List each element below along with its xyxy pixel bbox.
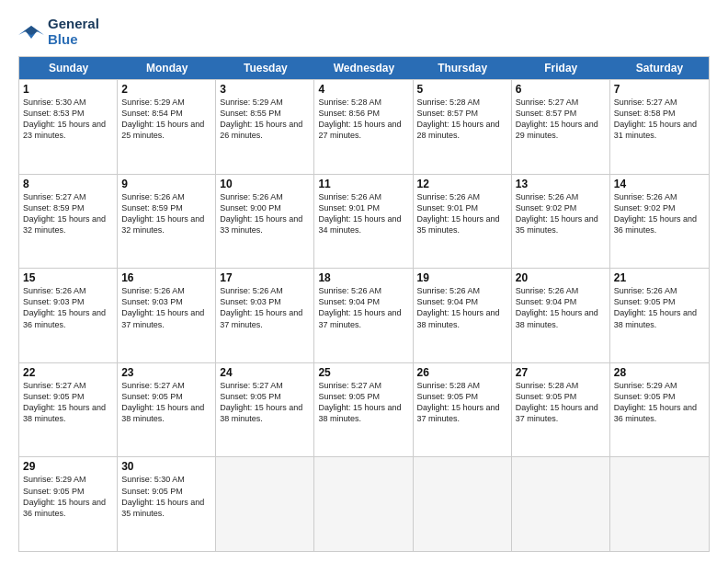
day-number: 9 xyxy=(121,178,211,190)
day-cell-6: 6Sunrise: 5:27 AMSunset: 8:57 PMDaylight… xyxy=(512,80,610,174)
week-row-1: 1Sunrise: 5:30 AMSunset: 8:53 PMDaylight… xyxy=(19,79,709,174)
day-cell-27: 27Sunrise: 5:28 AMSunset: 9:05 PMDayligh… xyxy=(512,363,610,457)
day-cell-14: 14Sunrise: 5:26 AMSunset: 9:02 PMDayligh… xyxy=(610,175,709,269)
day-cell-19: 19Sunrise: 5:26 AMSunset: 9:04 PMDayligh… xyxy=(414,269,512,362)
day-cell-25: 25Sunrise: 5:27 AMSunset: 9:05 PMDayligh… xyxy=(314,363,413,457)
day-info: Sunrise: 5:26 AMSunset: 9:02 PMDaylight:… xyxy=(516,191,606,236)
day-cell-9: 9Sunrise: 5:26 AMSunset: 8:59 PMDaylight… xyxy=(118,175,216,269)
day-number: 25 xyxy=(318,366,408,379)
day-cell-22: 22Sunrise: 5:27 AMSunset: 9:05 PMDayligh… xyxy=(19,363,118,457)
day-cell-3: 3Sunrise: 5:29 AMSunset: 8:55 PMDaylight… xyxy=(216,80,314,174)
calendar: SundayMondayTuesdayWednesdayThursdayFrid… xyxy=(18,56,710,552)
day-info: Sunrise: 5:27 AMSunset: 9:05 PMDaylight:… xyxy=(23,380,113,425)
day-cell-18: 18Sunrise: 5:26 AMSunset: 9:04 PMDayligh… xyxy=(314,269,413,362)
day-cell-24: 24Sunrise: 5:27 AMSunset: 9:05 PMDayligh… xyxy=(216,363,314,457)
day-number: 19 xyxy=(417,271,507,284)
week-row-4: 22Sunrise: 5:27 AMSunset: 9:05 PMDayligh… xyxy=(19,362,709,457)
day-cell-2: 2Sunrise: 5:29 AMSunset: 8:54 PMDaylight… xyxy=(118,80,216,174)
week-row-2: 8Sunrise: 5:27 AMSunset: 8:59 PMDaylight… xyxy=(19,174,709,269)
day-info: Sunrise: 5:29 AMSunset: 8:55 PMDaylight:… xyxy=(220,97,310,142)
svg-marker-1 xyxy=(24,26,39,35)
day-number: 14 xyxy=(614,178,705,190)
day-info: Sunrise: 5:28 AMSunset: 8:56 PMDaylight:… xyxy=(318,97,408,142)
day-cell-8: 8Sunrise: 5:27 AMSunset: 8:59 PMDaylight… xyxy=(19,175,118,269)
empty-cell xyxy=(414,457,512,551)
day-info: Sunrise: 5:26 AMSunset: 9:05 PMDaylight:… xyxy=(614,285,705,330)
day-info: Sunrise: 5:26 AMSunset: 9:04 PMDaylight:… xyxy=(417,285,507,330)
header: General Blue xyxy=(18,17,710,47)
day-info: Sunrise: 5:28 AMSunset: 9:05 PMDaylight:… xyxy=(417,380,507,425)
day-info: Sunrise: 5:30 AMSunset: 8:53 PMDaylight:… xyxy=(23,97,113,142)
day-cell-17: 17Sunrise: 5:26 AMSunset: 9:03 PMDayligh… xyxy=(216,269,314,362)
day-number: 18 xyxy=(318,271,408,284)
day-number: 24 xyxy=(220,366,310,379)
day-cell-26: 26Sunrise: 5:28 AMSunset: 9:05 PMDayligh… xyxy=(414,363,512,457)
day-cell-28: 28Sunrise: 5:29 AMSunset: 9:05 PMDayligh… xyxy=(610,363,709,457)
empty-cell xyxy=(512,457,610,551)
header-day-monday: Monday xyxy=(118,57,216,79)
day-number: 28 xyxy=(614,366,705,379)
day-info: Sunrise: 5:27 AMSunset: 8:57 PMDaylight:… xyxy=(516,97,606,142)
empty-cell xyxy=(216,457,314,551)
day-cell-30: 30Sunrise: 5:30 AMSunset: 9:05 PMDayligh… xyxy=(118,457,216,551)
header-day-thursday: Thursday xyxy=(414,57,512,79)
header-day-saturday: Saturday xyxy=(610,57,709,79)
day-info: Sunrise: 5:28 AMSunset: 8:57 PMDaylight:… xyxy=(417,97,507,142)
day-cell-1: 1Sunrise: 5:30 AMSunset: 8:53 PMDaylight… xyxy=(19,80,118,174)
day-info: Sunrise: 5:26 AMSunset: 9:01 PMDaylight:… xyxy=(318,191,408,236)
logo: General Blue xyxy=(18,17,99,47)
day-cell-12: 12Sunrise: 5:26 AMSunset: 9:01 PMDayligh… xyxy=(414,175,512,269)
day-number: 29 xyxy=(23,460,113,473)
day-cell-20: 20Sunrise: 5:26 AMSunset: 9:04 PMDayligh… xyxy=(512,269,610,362)
day-number: 5 xyxy=(417,83,507,96)
day-info: Sunrise: 5:26 AMSunset: 9:03 PMDaylight:… xyxy=(23,285,113,330)
day-info: Sunrise: 5:26 AMSunset: 9:03 PMDaylight:… xyxy=(220,285,310,330)
day-cell-29: 29Sunrise: 5:29 AMSunset: 9:05 PMDayligh… xyxy=(19,457,118,551)
day-info: Sunrise: 5:27 AMSunset: 8:58 PMDaylight:… xyxy=(614,97,705,142)
week-row-3: 15Sunrise: 5:26 AMSunset: 9:03 PMDayligh… xyxy=(19,268,709,362)
day-cell-11: 11Sunrise: 5:26 AMSunset: 9:01 PMDayligh… xyxy=(314,175,413,269)
day-number: 22 xyxy=(23,366,113,379)
day-number: 11 xyxy=(318,178,408,190)
day-number: 12 xyxy=(417,178,507,190)
day-number: 4 xyxy=(318,83,408,96)
day-number: 30 xyxy=(121,460,211,473)
day-info: Sunrise: 5:26 AMSunset: 9:03 PMDaylight:… xyxy=(121,285,211,330)
day-number: 1 xyxy=(23,83,113,96)
day-number: 26 xyxy=(417,366,507,379)
day-cell-13: 13Sunrise: 5:26 AMSunset: 9:02 PMDayligh… xyxy=(512,175,610,269)
day-info: Sunrise: 5:26 AMSunset: 9:01 PMDaylight:… xyxy=(417,191,507,236)
day-info: Sunrise: 5:26 AMSunset: 9:00 PMDaylight:… xyxy=(220,191,310,236)
calendar-header-row: SundayMondayTuesdayWednesdayThursdayFrid… xyxy=(19,57,709,79)
empty-cell xyxy=(610,457,709,551)
day-number: 6 xyxy=(516,83,606,96)
header-day-wednesday: Wednesday xyxy=(314,57,413,79)
day-cell-21: 21Sunrise: 5:26 AMSunset: 9:05 PMDayligh… xyxy=(610,269,709,362)
day-number: 10 xyxy=(220,178,310,190)
logo-text: General Blue xyxy=(48,17,99,47)
day-info: Sunrise: 5:26 AMSunset: 9:04 PMDaylight:… xyxy=(318,285,408,330)
day-info: Sunrise: 5:27 AMSunset: 9:05 PMDaylight:… xyxy=(220,380,310,425)
day-info: Sunrise: 5:30 AMSunset: 9:05 PMDaylight:… xyxy=(121,474,211,519)
page: General Blue SundayMondayTuesdayWednesda… xyxy=(0,0,728,563)
day-cell-7: 7Sunrise: 5:27 AMSunset: 8:58 PMDaylight… xyxy=(610,80,709,174)
day-info: Sunrise: 5:27 AMSunset: 8:59 PMDaylight:… xyxy=(23,191,113,236)
header-day-sunday: Sunday xyxy=(19,57,118,79)
week-row-5: 29Sunrise: 5:29 AMSunset: 9:05 PMDayligh… xyxy=(19,456,709,551)
day-number: 21 xyxy=(614,271,705,284)
day-info: Sunrise: 5:26 AMSunset: 9:02 PMDaylight:… xyxy=(614,191,705,236)
day-number: 17 xyxy=(220,271,310,284)
day-number: 16 xyxy=(121,271,211,284)
day-number: 13 xyxy=(516,178,606,190)
day-info: Sunrise: 5:29 AMSunset: 8:54 PMDaylight:… xyxy=(121,97,211,142)
day-cell-16: 16Sunrise: 5:26 AMSunset: 9:03 PMDayligh… xyxy=(118,269,216,362)
day-cell-5: 5Sunrise: 5:28 AMSunset: 8:57 PMDaylight… xyxy=(414,80,512,174)
empty-cell xyxy=(314,457,413,551)
day-number: 7 xyxy=(614,83,705,96)
day-cell-23: 23Sunrise: 5:27 AMSunset: 9:05 PMDayligh… xyxy=(118,363,216,457)
day-cell-15: 15Sunrise: 5:26 AMSunset: 9:03 PMDayligh… xyxy=(19,269,118,362)
header-day-tuesday: Tuesday xyxy=(216,57,314,79)
day-cell-10: 10Sunrise: 5:26 AMSunset: 9:00 PMDayligh… xyxy=(216,175,314,269)
day-number: 20 xyxy=(516,271,606,284)
day-info: Sunrise: 5:29 AMSunset: 9:05 PMDaylight:… xyxy=(23,474,113,519)
